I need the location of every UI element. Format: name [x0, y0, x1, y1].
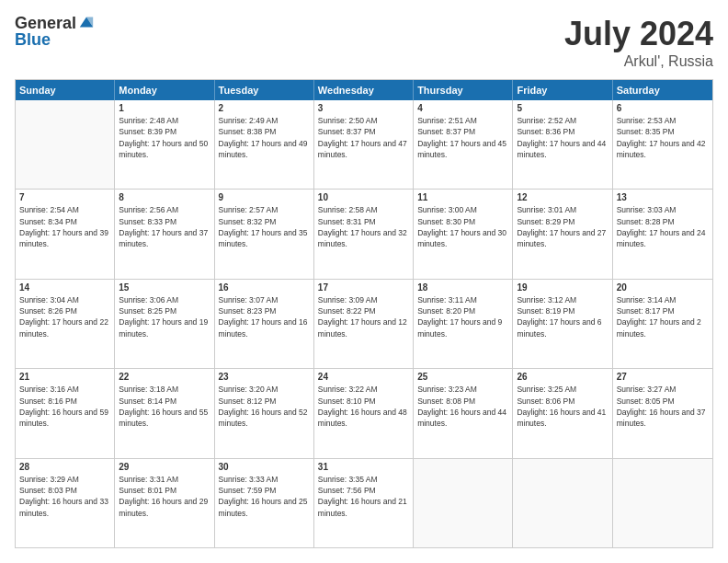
- sunset-text: Sunset: 8:38 PM: [219, 127, 277, 136]
- calendar-cell: 18 Sunrise: 3:11 AM Sunset: 8:20 PM Dayl…: [414, 280, 513, 368]
- sunset-text: Sunset: 8:39 PM: [119, 127, 176, 136]
- daylight-text: Daylight: 17 hours and 37 minutes.: [119, 228, 208, 248]
- daylight-text: Daylight: 17 hours and 49 minutes.: [219, 139, 308, 159]
- calendar-header: SundayMondayTuesdayWednesdayThursdayFrid…: [16, 80, 712, 100]
- sunset-text: Sunset: 8:36 PM: [517, 127, 574, 136]
- sunrise-text: Sunrise: 2:54 AM: [19, 205, 79, 214]
- day-number: 10: [318, 192, 409, 202]
- sunset-text: Sunset: 8:05 PM: [617, 396, 675, 406]
- daylight-text: Daylight: 16 hours and 55 minutes.: [119, 408, 208, 428]
- day-number: 14: [19, 282, 110, 293]
- day-info: Sunrise: 3:29 AM Sunset: 8:03 PM Dayligh…: [19, 474, 110, 519]
- daylight-text: Daylight: 17 hours and 2 minutes.: [617, 317, 701, 338]
- logo-blue-text: Blue: [15, 31, 95, 48]
- sunrise-text: Sunrise: 3:35 AM: [318, 475, 378, 484]
- calendar-cell: 27 Sunrise: 3:27 AM Sunset: 8:05 PM Dayl…: [613, 369, 712, 457]
- day-info: Sunrise: 3:35 AM Sunset: 7:56 PM Dayligh…: [318, 474, 409, 519]
- calendar-cell: 20 Sunrise: 3:14 AM Sunset: 8:17 PM Dayl…: [613, 280, 712, 368]
- sunset-text: Sunset: 7:59 PM: [219, 486, 277, 495]
- day-number: 7: [19, 192, 110, 202]
- calendar-week-1: 1 Sunrise: 2:48 AM Sunset: 8:39 PM Dayli…: [16, 100, 712, 190]
- day-number: 5: [517, 103, 608, 113]
- calendar-cell: 17 Sunrise: 3:09 AM Sunset: 8:22 PM Dayl…: [314, 280, 414, 368]
- sunrise-text: Sunrise: 2:57 AM: [219, 205, 279, 214]
- daylight-text: Daylight: 17 hours and 47 minutes.: [318, 139, 407, 159]
- calendar-cell: 29 Sunrise: 3:31 AM Sunset: 8:01 PM Dayl…: [115, 459, 214, 547]
- sunrise-text: Sunrise: 3:23 AM: [417, 385, 477, 394]
- day-info: Sunrise: 2:51 AM Sunset: 8:37 PM Dayligh…: [417, 115, 508, 160]
- day-info: Sunrise: 2:52 AM Sunset: 8:36 PM Dayligh…: [517, 115, 608, 160]
- sunrise-text: Sunrise: 3:20 AM: [219, 385, 279, 394]
- calendar-cell: 31 Sunrise: 3:35 AM Sunset: 7:56 PM Dayl…: [314, 459, 414, 547]
- daylight-text: Daylight: 16 hours and 21 minutes.: [318, 497, 407, 517]
- header-day-sunday: Sunday: [16, 80, 115, 100]
- day-info: Sunrise: 3:16 AM Sunset: 8:16 PM Dayligh…: [19, 384, 110, 429]
- calendar-cell: [613, 459, 712, 547]
- day-number: 27: [617, 372, 709, 382]
- daylight-text: Daylight: 17 hours and 9 minutes.: [417, 317, 502, 338]
- day-number: 31: [318, 462, 409, 472]
- calendar: SundayMondayTuesdayWednesdayThursdayFrid…: [15, 79, 713, 548]
- sunset-text: Sunset: 8:28 PM: [617, 217, 675, 226]
- daylight-text: Daylight: 17 hours and 22 minutes.: [19, 317, 108, 338]
- sunset-text: Sunset: 8:23 PM: [219, 306, 277, 316]
- day-number: 3: [318, 103, 409, 113]
- day-info: Sunrise: 3:12 AM Sunset: 8:19 PM Dayligh…: [517, 294, 608, 339]
- page-header: General Blue July 2024 Arkul', Russia: [15, 15, 713, 70]
- daylight-text: Daylight: 17 hours and 12 minutes.: [318, 317, 407, 338]
- calendar-cell: 16 Sunrise: 3:07 AM Sunset: 8:23 PM Dayl…: [215, 280, 314, 368]
- daylight-text: Daylight: 17 hours and 16 minutes.: [219, 317, 308, 338]
- day-info: Sunrise: 3:18 AM Sunset: 8:14 PM Dayligh…: [119, 384, 210, 429]
- sunset-text: Sunset: 8:35 PM: [617, 127, 675, 136]
- calendar-cell: 26 Sunrise: 3:25 AM Sunset: 8:06 PM Dayl…: [513, 369, 612, 457]
- day-number: 21: [19, 372, 110, 382]
- header-day-friday: Friday: [513, 80, 612, 100]
- day-number: 16: [219, 282, 310, 293]
- calendar-cell: [513, 459, 612, 547]
- daylight-text: Daylight: 17 hours and 44 minutes.: [517, 139, 606, 159]
- day-number: 28: [19, 462, 110, 472]
- header-day-wednesday: Wednesday: [314, 80, 414, 100]
- sunrise-text: Sunrise: 2:53 AM: [617, 116, 677, 125]
- daylight-text: Daylight: 17 hours and 27 minutes.: [517, 228, 606, 248]
- day-number: 15: [119, 282, 210, 293]
- sunset-text: Sunset: 8:22 PM: [318, 306, 376, 316]
- calendar-cell: 25 Sunrise: 3:23 AM Sunset: 8:08 PM Dayl…: [414, 369, 513, 457]
- day-info: Sunrise: 2:49 AM Sunset: 8:38 PM Dayligh…: [219, 115, 310, 160]
- day-number: 11: [417, 192, 508, 202]
- day-number: 20: [617, 282, 709, 293]
- day-number: 29: [119, 462, 210, 472]
- sunset-text: Sunset: 8:29 PM: [517, 217, 574, 226]
- sunrise-text: Sunrise: 3:03 AM: [617, 205, 677, 214]
- day-info: Sunrise: 2:54 AM Sunset: 8:34 PM Dayligh…: [19, 204, 110, 249]
- sunrise-text: Sunrise: 3:29 AM: [19, 475, 79, 484]
- sunrise-text: Sunrise: 3:00 AM: [417, 205, 477, 214]
- daylight-text: Daylight: 17 hours and 30 minutes.: [417, 228, 506, 248]
- day-number: 26: [517, 372, 608, 382]
- day-info: Sunrise: 3:11 AM Sunset: 8:20 PM Dayligh…: [417, 294, 508, 339]
- sunrise-text: Sunrise: 3:07 AM: [219, 295, 279, 304]
- day-number: 4: [417, 103, 508, 113]
- sunrise-text: Sunrise: 2:56 AM: [119, 205, 178, 214]
- sunrise-text: Sunrise: 3:33 AM: [219, 475, 279, 484]
- calendar-cell: 30 Sunrise: 3:33 AM Sunset: 7:59 PM Dayl…: [215, 459, 314, 547]
- calendar-page: General Blue July 2024 Arkul', Russia Su…: [0, 0, 728, 563]
- sunset-text: Sunset: 8:30 PM: [417, 217, 475, 226]
- day-number: 25: [417, 372, 508, 382]
- day-info: Sunrise: 2:58 AM Sunset: 8:31 PM Dayligh…: [318, 204, 409, 249]
- sunrise-text: Sunrise: 3:16 AM: [19, 385, 79, 394]
- daylight-text: Daylight: 16 hours and 44 minutes.: [417, 408, 506, 428]
- sunrise-text: Sunrise: 3:22 AM: [318, 385, 378, 394]
- calendar-cell: 19 Sunrise: 3:12 AM Sunset: 8:19 PM Dayl…: [513, 280, 612, 368]
- sunrise-text: Sunrise: 3:04 AM: [19, 295, 79, 304]
- day-info: Sunrise: 3:25 AM Sunset: 8:06 PM Dayligh…: [517, 384, 608, 429]
- sunset-text: Sunset: 8:34 PM: [19, 217, 77, 226]
- day-info: Sunrise: 2:56 AM Sunset: 8:33 PM Dayligh…: [119, 204, 210, 249]
- sunset-text: Sunset: 8:33 PM: [119, 217, 176, 226]
- calendar-cell: 2 Sunrise: 2:49 AM Sunset: 8:38 PM Dayli…: [215, 100, 314, 189]
- sunset-text: Sunset: 8:03 PM: [19, 486, 77, 495]
- logo: General Blue: [15, 15, 95, 48]
- calendar-cell: 8 Sunrise: 2:56 AM Sunset: 8:33 PM Dayli…: [115, 190, 214, 278]
- day-info: Sunrise: 2:53 AM Sunset: 8:35 PM Dayligh…: [617, 115, 709, 160]
- daylight-text: Daylight: 16 hours and 33 minutes.: [19, 497, 108, 517]
